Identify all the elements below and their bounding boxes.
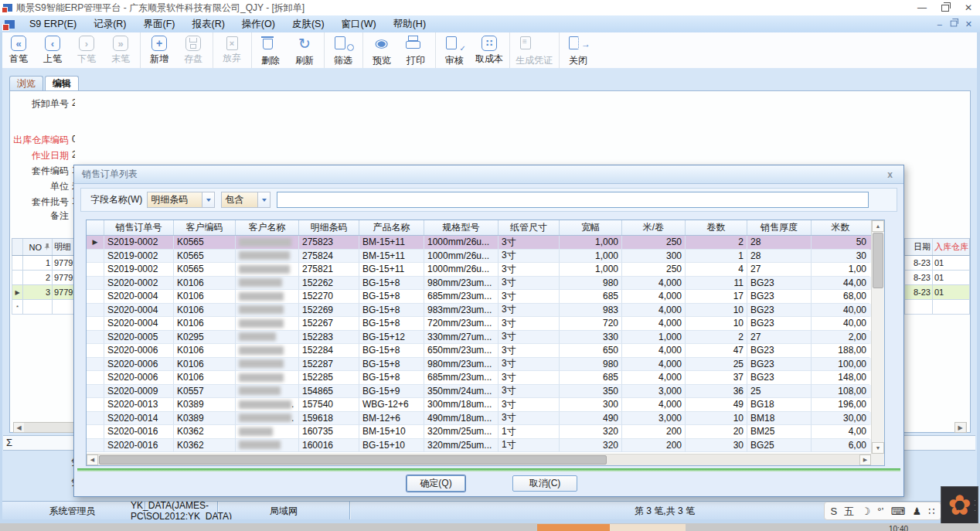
menu-window[interactable]: 窗口(W) [333, 15, 385, 32]
toolbar-delete-button[interactable]: 删除 [254, 32, 288, 68]
field-value-clipped[interactable]: 2 [72, 149, 75, 160]
table-row[interactable]: 1 97792 [12, 256, 75, 271]
table-row[interactable]: S2020-0005 K0295 152283 BG-15+12 330mm/2… [87, 331, 871, 345]
filter-operator-select[interactable]: 包含 [221, 192, 271, 208]
toolbar-first-button[interactable]: 首笔 [2, 32, 36, 68]
menu-skin[interactable]: 皮肤(S) [284, 15, 333, 32]
sogou-logo-icon[interactable]: S [831, 506, 838, 516]
menu-s9erp[interactable]: S9 ERP(E) [21, 15, 85, 32]
confirm-button[interactable]: 确定(Q) [407, 475, 465, 492]
mdi-minimize-button[interactable]: – [937, 19, 942, 29]
scroll-up-icon[interactable]: ▲ [872, 220, 884, 232]
column-header[interactable]: 规格型号 [424, 220, 499, 235]
toolbar-discard-button[interactable]: 放弃 [215, 32, 252, 68]
table-row[interactable]: S2020-0002 K0106 152262 BG-15+8 980mm/23… [87, 277, 871, 291]
filter-field-select[interactable]: 明细条码 [147, 192, 215, 208]
table-row[interactable]: S2020-0016 K0362 160735 BM-15+10 320mm/2… [87, 425, 871, 439]
column-header[interactable]: 卷数 [686, 220, 747, 235]
toolbar-voucher-button[interactable]: 生成凭证 [512, 32, 560, 68]
menu-operate[interactable]: 操作(O) [233, 15, 284, 32]
hscroll-thumb[interactable] [99, 455, 607, 465]
toolbar-prev-button[interactable]: 上笔 [36, 32, 70, 68]
dialog-close-button[interactable]: x [884, 169, 896, 180]
right-grid-hscrollbar[interactable]: ▶ [954, 422, 967, 433]
table-row[interactable]: 8-23 01 [904, 285, 970, 300]
left-grid-hscrollbar[interactable]: ◀ [13, 422, 75, 433]
table-row[interactable]: 8-23 01 [904, 256, 970, 271]
mdi-restore-button[interactable] [950, 19, 958, 29]
table-row[interactable]: S2019-0002 K0565 275824 BM-15+11 1000mm/… [87, 250, 871, 264]
punctuation-mode-icon[interactable]: °’ [877, 506, 883, 516]
menu-record[interactable]: 记录(R) [85, 15, 134, 32]
column-header[interactable]: 宽幅 [560, 220, 622, 235]
table-row[interactable]: S2020-0004 K0106 152267 BG-15+8 720mm/23… [87, 317, 871, 331]
minimize-button[interactable]: — [910, 0, 934, 15]
soft-keyboard-icon[interactable]: ⌨ [890, 506, 905, 516]
table-row[interactable]: S2020-0006 K0106 152287 BG-15+8 980mm/23… [87, 358, 871, 372]
table-row[interactable]: S2020-0006 K0106 152284 BG-15+8 650mm/23… [87, 344, 871, 358]
vscroll-thumb[interactable] [873, 233, 883, 288]
fullhalf-moon-icon[interactable]: ☽ [861, 506, 870, 516]
close-button[interactable]: ✕ [957, 0, 980, 15]
column-header[interactable] [87, 220, 104, 235]
wubi-mode-icon[interactable]: 五 [844, 506, 854, 516]
table-row[interactable]: S2020-0004 K0106 152269 BG-15+8 983mm/23… [87, 304, 871, 318]
table-row[interactable]: S2020-0016 K0362 160016 BG-15+10 320mm/2… [87, 439, 871, 453]
column-header[interactable]: 明细条码 [299, 220, 359, 235]
scroll-right-icon[interactable]: ▶ [859, 454, 871, 465]
menu-interface[interactable]: 界面(F) [135, 15, 184, 32]
table-row[interactable]: ▶ S2019-0002 K0565 275823 BM-15+11 1000m… [87, 236, 871, 250]
toolbar-next-button[interactable]: 下笔 [70, 32, 104, 68]
table-row[interactable]: * [12, 300, 75, 315]
toolbar-audit-button[interactable]: 审核 [437, 32, 471, 68]
toolbar-preview-button[interactable]: 预览 [365, 32, 399, 68]
tab-edit[interactable]: 编辑 [45, 76, 79, 91]
person-icon[interactable]: ♟ [912, 506, 921, 516]
table-row[interactable]: S2020-0006 K0106 152285 BG-15+8 685mm/23… [87, 371, 871, 385]
menu-help[interactable]: 帮助(H) [385, 15, 434, 32]
splitter-bar[interactable] [77, 468, 900, 471]
sunflower-remote-icon[interactable]: ··· [941, 486, 978, 523]
chevron-down-icon[interactable] [257, 192, 270, 207]
toolbar-close-button[interactable]: 关闭 [561, 32, 595, 68]
column-header[interactable]: 米/卷 [622, 220, 686, 235]
field-value-clipped[interactable]: 0 [72, 134, 75, 145]
cancel-button[interactable]: 取消(C) [512, 475, 577, 492]
column-header[interactable]: 米数 [812, 220, 869, 235]
filter-value-input[interactable] [277, 192, 869, 208]
table-row[interactable] [904, 300, 970, 315]
column-header[interactable]: 纸管尺寸 [499, 220, 560, 235]
scroll-left-icon[interactable]: ◀ [87, 454, 98, 465]
toolbox-icon[interactable]: ∷ [928, 506, 934, 516]
toolbar-new-button[interactable]: 新增 [142, 32, 176, 68]
table-row[interactable]: S2019-0002 K0565 275821 BG-15+11 1000mm/… [87, 263, 871, 277]
column-header[interactable]: 销售订单号 [104, 220, 174, 235]
toolbar-save-button[interactable]: 存盘 [176, 32, 213, 68]
restore-button[interactable] [934, 0, 957, 15]
column-header[interactable]: 客户编码 [174, 220, 236, 235]
toolbar-cost-button[interactable]: 取成本 [471, 32, 510, 68]
column-header[interactable]: 客户名称 [236, 220, 299, 235]
scroll-down-icon[interactable]: ▼ [872, 442, 884, 454]
tab-browse[interactable]: 浏览 [9, 76, 43, 91]
toolbar-filter-button[interactable]: 筛选 [326, 32, 363, 68]
table-row[interactable]: 2 97792 [12, 271, 75, 285]
table-row[interactable]: 8-23 01 [904, 271, 970, 285]
table-row[interactable]: S2020-0013 K0389 . 157540 WBG-12+6 300mm… [87, 398, 871, 412]
taskbar-item[interactable] [610, 524, 686, 531]
field-value-clipped[interactable]: 2 [72, 97, 75, 108]
taskbar-item-active[interactable] [537, 524, 610, 531]
column-header[interactable]: 产品名称 [359, 220, 424, 235]
horizontal-scrollbar[interactable]: ◀ ▶ [87, 454, 871, 465]
toolbar-last-button[interactable]: 末笔 [104, 32, 141, 68]
table-row[interactable]: S2020-0009 K0557 154865 BG-15+9 350mm/24… [87, 385, 871, 399]
table-row[interactable]: S2020-0014 K0389 . 159618 BM-12+6 490mm/… [87, 412, 871, 426]
toolbar-refresh-button[interactable]: 刷新 [288, 32, 325, 68]
menu-report[interactable]: 报表(R) [183, 15, 233, 32]
table-row[interactable]: ▶ 3 97792 [12, 285, 75, 300]
chevron-down-icon[interactable] [202, 192, 214, 207]
table-row[interactable]: S2020-0004 K0106 152270 BG-15+8 685mm/23… [87, 290, 871, 304]
toolbar-print-button[interactable]: 打印 [399, 32, 436, 68]
mdi-close-button[interactable]: ✕ [965, 19, 972, 29]
vertical-scrollbar[interactable]: ▲ ▼ [871, 220, 884, 454]
